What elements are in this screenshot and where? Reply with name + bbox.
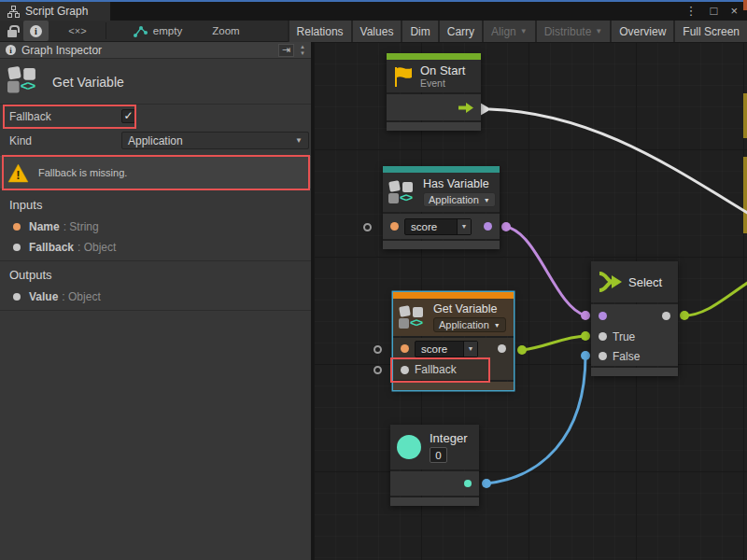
chevron-down-icon[interactable]: ▼ [463,342,477,357]
fullscreen-button[interactable]: Full Screen [675,21,747,42]
output-row-value: Value : Object [0,287,311,306]
node-title: Has Variable [423,177,496,190]
kind-label: Kind [9,134,32,147]
flow-arrow-icon[interactable] [458,103,473,113]
chevron-down-icon: ▼ [494,322,500,329]
hollow-port-indicator[interactable] [374,366,382,374]
selection-output-port[interactable] [662,312,670,320]
warning-box: ! Fallback is missing. [0,156,311,189]
node-title: Select [628,275,662,289]
port-dot-orange [13,223,21,231]
input-row-fallback: Fallback : Object [0,238,311,257]
integer-value-field[interactable]: 0 [430,447,447,463]
inspector-title: Graph Inspector [21,44,102,57]
toolbar-separator [106,22,106,39]
get-variable-color-bar [393,292,514,299]
false-port-label: False [613,350,640,363]
scroll-up-icon[interactable]: ▲ [300,44,305,49]
lock-icon [7,30,17,37]
fallback-label: Fallback [9,110,51,123]
scope-dropdown[interactable]: Application ▼ [433,317,506,332]
fallback-checkbox[interactable]: ✓ [121,109,135,123]
code-view-button[interactable]: <×> [52,21,103,41]
scope-dropdown[interactable]: Application ▼ [423,192,496,207]
dim-button[interactable]: Dim [402,21,437,42]
unit-header: <> Get Variable [0,62,311,103]
condition-input-port[interactable] [599,312,607,320]
chevron-down-icon[interactable]: ▼ [457,219,471,234]
variable-name-field[interactable]: score ▼ [404,218,472,235]
node-select[interactable]: Select True False [591,261,678,376]
inspector-toggle-button[interactable]: i [23,21,49,41]
corner-mark [743,0,747,10]
hollow-port-indicator[interactable] [363,223,372,231]
integer-output-port[interactable] [464,480,472,487]
variable-color-bar [383,166,500,173]
align-button[interactable]: Align▼ [484,21,535,42]
wires-layer [314,42,747,560]
graph-canvas[interactable]: On Start Event <> Has Variable [314,42,747,560]
code-icon: <×> [68,25,86,36]
unit-title: Get Variable [52,75,124,90]
event-color-bar [387,53,481,60]
inspector-header: i Graph Inspector ⇥ ▲ ▼ [0,42,311,59]
name-input-port[interactable] [401,344,409,353]
check-icon: ✓ [123,109,133,122]
port-dot-gray [13,244,21,251]
scroll-down-icon[interactable]: ▼ [300,50,305,56]
warning-text: Fallback is missing. [38,167,127,178]
scrollbar-arrows[interactable]: ▲ ▼ [300,44,305,56]
port-dot-gray [13,293,21,301]
flow-wire-triangle [480,103,491,116]
value-output-port[interactable] [498,344,506,353]
info-icon: i [6,45,16,55]
zoom-label: Zoom [209,21,243,41]
overview-button[interactable]: Overview [612,21,673,42]
dock-icon[interactable]: ⇥ [278,44,294,57]
node-get-variable[interactable]: <> Get Variable Application ▼ score ▼ [393,292,514,390]
relations-button[interactable]: Relations [289,21,351,42]
chevron-down-icon: ▼ [295,136,303,145]
chevron-down-icon: ▼ [484,197,490,203]
hollow-port-indicator[interactable] [374,345,382,354]
graph-breadcrumb[interactable]: empty [116,21,200,41]
close-icon[interactable]: × [730,4,738,18]
toolbar: i <×> empty Zoom 1x Relations Values Dim… [0,21,747,42]
node-title: Get Variable [433,302,506,315]
variable-name-field[interactable]: score ▼ [415,341,478,357]
maximize-icon[interactable]: □ [711,4,718,18]
tab-script-graph[interactable]: Script Graph [0,2,110,21]
wire-bool [506,227,585,315]
wire-object-green [522,336,585,350]
integer-circle-icon [397,435,421,459]
true-input-port[interactable] [599,332,607,341]
kind-dropdown[interactable]: Application ▼ [121,132,309,149]
chevron-down-icon: ▼ [520,27,528,35]
lock-button[interactable] [2,21,22,41]
wire-flow [489,109,747,214]
wire-select-out [684,282,747,315]
window-menu-icon[interactable]: ⋮ [685,4,698,18]
input-row-name: Name : String [0,217,311,236]
inputs-header: Inputs [9,198,42,212]
name-input-port[interactable] [390,222,399,231]
graph-network-icon [134,25,148,37]
distribute-button[interactable]: Distribute▼ [537,21,611,42]
node-has-variable[interactable]: <> Has Variable Application ▼ score ▼ [383,166,500,249]
outputs-header: Outputs [9,268,52,282]
select-merge-icon [598,271,622,293]
node-integer[interactable]: Integer 0 [390,425,479,506]
breadcrumb-label: empty [153,25,182,36]
chevron-down-icon: ▼ [595,27,602,35]
flag-icon [393,65,414,88]
false-input-port[interactable] [599,352,607,360]
node-on-start[interactable]: On Start Event [387,53,481,131]
carry-button[interactable]: Carry [440,21,482,42]
graph-tab-icon [7,6,20,18]
svg-text:!: ! [16,168,20,182]
bool-output-port[interactable] [484,222,492,231]
fallback-input-port[interactable] [401,366,409,374]
node-title: Integer [430,431,467,445]
values-button[interactable]: Values [353,21,402,42]
titlebar: Script Graph ⋮ □ × [0,0,747,21]
